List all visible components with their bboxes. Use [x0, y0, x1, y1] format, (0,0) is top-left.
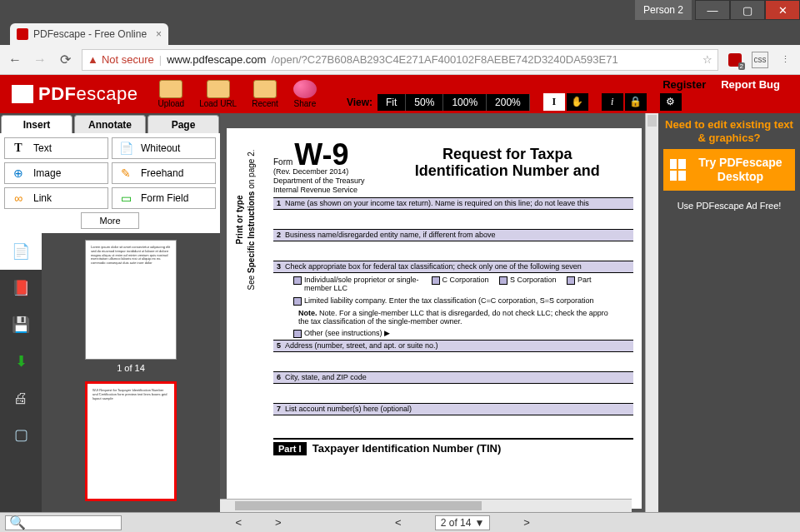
tool-text[interactable]: TText — [4, 137, 108, 159]
zoom-200[interactable]: 200% — [487, 94, 530, 111]
adfree-link[interactable]: Use PDFescape Ad Free! — [663, 201, 795, 211]
tool-more[interactable]: More — [81, 212, 139, 229]
tool-formfield[interactable]: ▭Form Field — [112, 187, 216, 209]
page-next2[interactable]: > — [523, 516, 530, 529]
hand-tool[interactable]: ✋ — [567, 93, 588, 111]
thumbnail-1[interactable]: Lorem ipsum dolor sit amet consectetur a… — [85, 240, 177, 360]
windows-icon — [670, 159, 686, 181]
page-select[interactable]: 2 of 14▼ — [435, 515, 491, 530]
folder-url-icon — [207, 80, 230, 98]
zoom-50[interactable]: 50% — [406, 94, 443, 111]
forward-button[interactable]: → — [32, 52, 48, 67]
search-box[interactable]: 🔍 — [5, 515, 122, 530]
checkbox[interactable] — [293, 330, 302, 338]
text-icon: T — [10, 140, 27, 157]
main-area: Insert Annotate Page TText 📄Whiteout ⊕Im… — [0, 113, 800, 512]
left-panel: Insert Annotate Page TText 📄Whiteout ⊕Im… — [0, 113, 220, 512]
view-label: View: — [342, 97, 378, 108]
try-desktop-button[interactable]: Try PDFescape Desktop — [663, 149, 795, 191]
status-bar: 🔍 < > < 2 of 14▼ > — [0, 512, 800, 532]
side-doc-icon[interactable]: 📕 — [0, 270, 42, 306]
tab-insert[interactable]: Insert — [1, 115, 72, 133]
css-ext-icon[interactable]: css — [752, 52, 768, 68]
thumbnail-2[interactable]: W-9 Request for Taxpayer Identification … — [85, 381, 177, 501]
tab-page[interactable]: Page — [148, 115, 219, 133]
side-save-icon[interactable]: 💾 — [0, 306, 42, 343]
checkbox[interactable] — [293, 276, 302, 285]
logo-icon — [12, 85, 33, 103]
logo[interactable]: PDFescape — [0, 83, 149, 105]
page-prev2[interactable]: < — [395, 516, 402, 529]
load-url-button[interactable]: Load URL — [199, 80, 237, 108]
window-titlebar: Person 2 — ▢ ✕ — [0, 0, 800, 20]
horizontal-scrollbar[interactable] — [220, 499, 632, 512]
window-close[interactable]: ✕ — [765, 0, 800, 20]
text-cursor-tool[interactable]: I — [543, 93, 565, 111]
side-toolbar: 📄 📕 💾 ⬇ 🖨 ▢ — [0, 233, 42, 512]
recent-button[interactable]: Recent — [252, 80, 278, 108]
browser-tab[interactable]: PDFescape - Free Online × — [10, 23, 168, 45]
info-tool[interactable]: i — [602, 93, 623, 111]
side-download-icon[interactable]: ⬇ — [0, 343, 42, 380]
back-button[interactable]: ← — [7, 52, 23, 67]
zoom-100[interactable]: 100% — [443, 94, 487, 111]
folder-upload-icon — [159, 80, 182, 98]
share-icon — [293, 80, 317, 98]
tool-whiteout[interactable]: 📄Whiteout — [112, 137, 216, 159]
reload-button[interactable]: ⟳ — [57, 52, 73, 67]
checkbox[interactable] — [293, 297, 302, 306]
register-link[interactable]: Register — [662, 78, 706, 91]
pencil-icon: ✎ — [118, 165, 134, 181]
document-canvas[interactable]: Print or type See Specific Instructions … — [220, 113, 645, 512]
address-bar[interactable]: ▲ Not secure | www.pdfescape.com/open/?C… — [82, 49, 718, 71]
lock-tool[interactable]: 🔒 — [625, 93, 647, 111]
url-path: /open/?C27B608AB293C4E271AF400102F8AEBE7… — [271, 53, 618, 66]
url-host: www.pdfescape.com — [167, 53, 266, 66]
tool-freehand[interactable]: ✎Freehand — [112, 162, 216, 184]
favicon-icon — [17, 28, 28, 40]
report-bug-link[interactable]: Report Bug — [721, 78, 780, 91]
tool-link[interactable]: ∞Link — [4, 187, 108, 209]
view-controls: View: Fit 50% 100% 200% — [342, 94, 530, 111]
promo-text: Need to edit existing text & graphics? — [663, 118, 795, 144]
tab-close-icon[interactable]: × — [156, 28, 162, 40]
tool-grid: TText 📄Whiteout ⊕Image ✎Freehand ∞Link ▭… — [0, 133, 220, 233]
thumb-label-1: 1 of 14 — [55, 363, 207, 373]
tool-image[interactable]: ⊕Image — [4, 162, 108, 184]
promo-panel: Need to edit existing text & graphics? T… — [658, 113, 800, 512]
tab-annotate[interactable]: Annotate — [74, 115, 146, 133]
side-caption-1: Print or type — [235, 137, 244, 303]
checkbox[interactable] — [567, 276, 575, 285]
app-header: PDFescape Upload Load URL Recent Share V… — [0, 75, 800, 113]
profile-badge[interactable]: Person 2 — [635, 0, 692, 20]
checkbox[interactable] — [499, 276, 508, 285]
document-viewport: Print or type See Specific Instructions … — [220, 113, 658, 512]
side-blank-icon[interactable]: ▢ — [0, 416, 42, 453]
tab-title: PDFescape - Free Online — [33, 28, 147, 40]
insecure-badge: ▲ Not secure — [88, 53, 154, 66]
checkbox[interactable] — [432, 276, 440, 285]
folder-recent-icon — [253, 80, 277, 98]
side-caption-2: See Specific Instructions on page 2. — [247, 128, 256, 311]
window-maximize[interactable]: ▢ — [730, 0, 765, 20]
settings-tool[interactable]: ⚙ — [660, 93, 682, 111]
browser-toolbar: ← → ⟳ ▲ Not secure | www.pdfescape.com/o… — [0, 45, 800, 75]
bookmark-icon[interactable]: ☆ — [702, 53, 712, 66]
whiteout-icon: 📄 — [118, 140, 134, 157]
side-pages-icon[interactable]: 📄 — [0, 233, 42, 270]
window-minimize[interactable]: — — [695, 0, 730, 20]
browser-menu-icon[interactable]: ⋮ — [777, 52, 793, 68]
side-print-icon[interactable]: 🖨 — [0, 380, 42, 416]
pdf-page[interactable]: Print or type See Specific Instructions … — [227, 128, 642, 509]
browser-tabstrip: PDFescape - Free Online × — [0, 20, 800, 45]
vertical-scrollbar[interactable] — [645, 113, 658, 512]
image-icon: ⊕ — [10, 165, 27, 181]
page-next[interactable]: > — [275, 516, 282, 529]
upload-button[interactable]: Upload — [158, 80, 184, 108]
thumbnail-list[interactable]: Lorem ipsum dolor sit amet consectetur a… — [42, 233, 220, 512]
share-button[interactable]: Share — [293, 80, 317, 108]
ublock-icon[interactable]: 2 — [727, 52, 743, 68]
link-icon: ∞ — [10, 190, 27, 206]
zoom-fit[interactable]: Fit — [378, 94, 406, 111]
page-prev[interactable]: < — [235, 516, 242, 529]
